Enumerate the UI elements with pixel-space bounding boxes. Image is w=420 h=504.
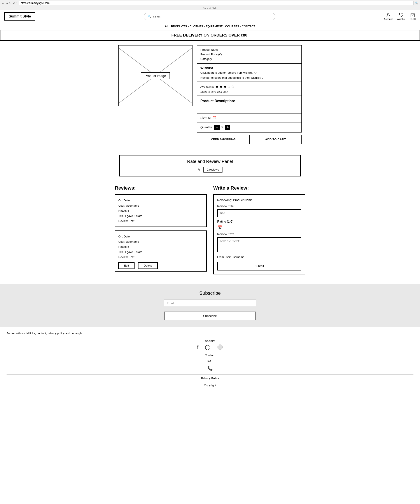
size-icon[interactable]: 📅 — [213, 116, 217, 120]
review2-date: On: Date — [118, 234, 203, 239]
review1-rated: Rated: 5 — [118, 208, 203, 213]
breadcrumb-equipment[interactable]: EQUIPMENT — [206, 25, 222, 28]
back-icon[interactable]: ← — [2, 1, 5, 5]
edit-review-button[interactable]: Edit — [118, 262, 134, 269]
keep-shopping-button[interactable]: KEEP SHOPPING — [197, 135, 250, 144]
close-icon[interactable]: ✕ — [12, 1, 15, 5]
wishlist-icon — [399, 12, 404, 17]
home-icon[interactable]: ⌂ — [16, 1, 18, 5]
breadcrumb-contact: CONTACT — [242, 25, 255, 28]
contact-icons: ✉ 📞 — [207, 359, 213, 371]
product-image: Product Image — [118, 45, 193, 106]
review-card-1: On: Date User: Username Rated: 5 Title: … — [115, 194, 207, 227]
wishlist-title: Wishlist — [200, 66, 298, 70]
star-3: ★ — [223, 84, 227, 89]
panel-controls: ✎ 2 reviews — [123, 167, 297, 173]
add-to-cart-button[interactable]: ADD TO CART — [250, 135, 301, 144]
browser-bar: ← → ↻ ✕ ⌂ 🔍 — [0, 0, 420, 6]
cart-button[interactable]: €0.00 — [409, 12, 416, 20]
avg-rating-label: Avg rating: — [200, 85, 214, 88]
breadcrumb-courses[interactable]: COURSES — [225, 25, 239, 28]
socials-section: Socials: f ◯ ⚪ — [6, 339, 414, 350]
product-price: Product Price (€) — [200, 52, 298, 57]
review2-review: Review: Text — [118, 254, 203, 259]
write-review-title: Write a Review: — [213, 185, 305, 191]
site-header: Summit Style 🔍 Account Wishlist — [0, 10, 420, 23]
cart-action-row: KEEP SHOPPING ADD TO CART — [197, 135, 302, 144]
cart-icon — [410, 12, 415, 17]
reload-icon[interactable]: ↻ — [9, 1, 12, 5]
star-4: ☆ — [227, 84, 231, 89]
privacy-policy[interactable]: Privacy Policy — [6, 374, 414, 380]
search-input[interactable] — [153, 15, 271, 18]
description-box: Product Description: — [197, 96, 301, 114]
header-icons: Account Wishlist €0.00 — [384, 12, 416, 20]
star-2: ★ — [219, 84, 223, 89]
breadcrumb-all-products[interactable]: ALL PRODUCTS — [165, 25, 187, 28]
wishlist-button[interactable]: Wishlist — [397, 12, 405, 20]
search-icon: 🔍 — [148, 15, 151, 18]
product-section: Product Image Product Name Product Price… — [101, 41, 319, 149]
account-icon — [386, 12, 391, 17]
browser-title: Summit Style — [0, 6, 420, 10]
browser-search-icon[interactable]: 🔍 — [415, 1, 418, 5]
search-box: 🔍 — [144, 13, 275, 20]
socials-label: Socials: — [6, 339, 414, 343]
account-label: Account — [384, 18, 393, 20]
product-category: Category — [200, 57, 298, 61]
facebook-icon[interactable]: f — [197, 344, 198, 350]
product-image-label: Product Image — [141, 72, 170, 79]
url-bar[interactable] — [19, 1, 414, 5]
review2-user: User: Username — [118, 239, 203, 244]
footer-note: Footer with social links, contact, priva… — [6, 332, 414, 335]
github-icon[interactable]: ⚪ — [217, 344, 223, 350]
email-input[interactable] — [164, 300, 256, 307]
breadcrumb: ALL PRODUCTS › CLOTHES › EQUIPMENT › COU… — [0, 23, 420, 30]
account-button[interactable]: Account — [384, 12, 393, 20]
quantity-label: Quantity: — [200, 126, 213, 129]
review1-user: User: Username — [118, 203, 203, 208]
delete-review-button[interactable]: Delete — [138, 262, 158, 269]
reviews-count-badge[interactable]: 2 reviews — [203, 167, 222, 173]
review-actions: Edit Delete — [118, 262, 203, 269]
breadcrumb-clothes[interactable]: CLOTHES — [189, 25, 203, 28]
wishlist-label: Wishlist — [397, 18, 405, 20]
footer: Footer with social links, contact, priva… — [0, 327, 420, 391]
social-icons: f ◯ ⚪ — [6, 344, 414, 350]
review-title-input[interactable] — [217, 209, 301, 217]
reviewing-label: Reviewing: Product Name — [217, 198, 301, 202]
heart-icon[interactable]: ♡ — [254, 71, 257, 74]
quantity-increase-button[interactable]: + — [225, 125, 230, 130]
product-details: Product Name Product Price (€) Category … — [197, 45, 302, 144]
contact-section: Contact: ✉ 📞 — [6, 354, 414, 371]
review2-rated: Rated: 5 — [118, 244, 203, 249]
review2-title: Title: I gave 5 stars — [118, 250, 203, 254]
wishlist-prompt: Click heart to add or remove from wishli… — [200, 71, 252, 74]
submit-review-button[interactable]: Submit — [217, 262, 301, 270]
rate-review-title: Rate and Review Panel — [123, 159, 297, 164]
reviews-left: Reviews: On: Date User: Username Rated: … — [115, 185, 207, 275]
subscribe-button[interactable]: Subscribe — [164, 312, 256, 320]
quantity-decrease-button[interactable]: − — [214, 125, 220, 130]
star-5: ☆ — [231, 84, 235, 89]
email-contact-icon[interactable]: ✉ — [207, 359, 211, 364]
phone-contact-icon[interactable]: 📞 — [207, 366, 213, 371]
stars: ★ ★ ★ ☆ ☆ — [215, 84, 235, 89]
instagram-icon[interactable]: ◯ — [205, 344, 210, 350]
browser-nav-icons[interactable]: ← → ↻ ✕ ⌂ — [2, 1, 18, 5]
review-card-2: On: Date User: Username Rated: 5 Title: … — [115, 230, 207, 272]
description-title: Product Description: — [200, 99, 298, 103]
rate-review-panel: Rate and Review Panel ✎ 2 reviews — [119, 155, 301, 176]
rating-select-icon[interactable]: 📅 — [217, 225, 301, 230]
forward-icon[interactable]: → — [6, 1, 8, 5]
reviews-title: Reviews: — [115, 185, 207, 191]
review1-review: Review: Text — [118, 218, 203, 223]
review-text-input[interactable] — [217, 237, 301, 252]
logo-button[interactable]: Summit Style — [4, 12, 35, 21]
quantity-value: 2 — [221, 125, 223, 129]
review1-title: Title: I gave 5 stars — [118, 213, 203, 218]
from-user-label: From user: username — [217, 255, 301, 259]
cart-label: €0.00 — [409, 18, 416, 20]
reviews-right: Write a Review: Reviewing: Product Name … — [213, 185, 305, 275]
review1-date: On: Date — [118, 198, 203, 203]
